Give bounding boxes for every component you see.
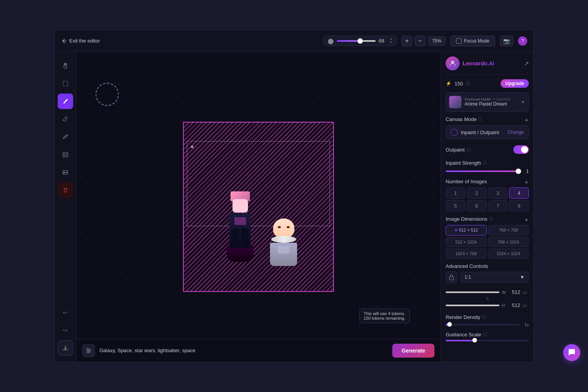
inpaint-strength-section: Inpaint Strength ⓘ 1 bbox=[446, 160, 529, 174]
chat-button[interactable] bbox=[563, 344, 580, 361]
brush-arrows[interactable]: ▲ ▼ bbox=[390, 37, 393, 44]
hand-icon bbox=[62, 62, 69, 69]
focus-mode-button[interactable]: Focus Mode bbox=[450, 36, 495, 46]
token-icon: ⚡ bbox=[446, 81, 451, 86]
guidance-scale-info-icon[interactable]: ⓘ bbox=[483, 332, 487, 337]
trash-icon bbox=[62, 187, 69, 194]
token-info-icon[interactable]: ⓘ bbox=[466, 81, 470, 87]
width-unit: px bbox=[523, 290, 529, 295]
inpaint-strength-value: 1 bbox=[524, 168, 529, 174]
num-btn-5[interactable]: 5 bbox=[446, 200, 465, 211]
canvas-characters bbox=[206, 191, 311, 269]
dimensions-collapse[interactable]: ▲ bbox=[524, 216, 529, 222]
num-btn-8[interactable]: 8 bbox=[509, 200, 529, 211]
upgrade-button[interactable]: Upgrade bbox=[501, 79, 529, 88]
download-icon bbox=[62, 344, 69, 351]
outpaint-toggle[interactable] bbox=[513, 145, 529, 154]
character-right bbox=[267, 218, 300, 269]
num-btn-7[interactable]: 7 bbox=[488, 200, 508, 211]
dim-512x512[interactable]: ★512 × 512 bbox=[446, 225, 487, 235]
inpaint-strength-info-icon[interactable]: ⓘ bbox=[483, 160, 487, 166]
render-density-value: 1x bbox=[523, 322, 529, 327]
brush-down-arrow[interactable]: ▼ bbox=[390, 41, 393, 44]
height-slider[interactable] bbox=[446, 305, 499, 306]
canvas-mode-header: Canvas Mode ⓘ ▲ bbox=[446, 116, 529, 122]
ratio-value: 1:1 bbox=[465, 274, 471, 280]
right-panel: Leonardo.Ai ↗ ⚡ 150 ⓘ Upgrade Finetuned … bbox=[441, 52, 533, 362]
svg-point-10 bbox=[87, 348, 88, 350]
lock-button[interactable] bbox=[446, 271, 457, 283]
help-button[interactable]: ? bbox=[518, 36, 527, 46]
num-images-collapse[interactable]: ▲ bbox=[524, 179, 529, 184]
tool-image[interactable] bbox=[58, 165, 73, 180]
num-btn-4[interactable]: 4 bbox=[509, 187, 529, 199]
width-slider[interactable] bbox=[446, 291, 499, 293]
prompt-input[interactable] bbox=[99, 344, 388, 356]
brush-size-icon: ⬤ bbox=[328, 38, 334, 44]
num-images-grid: 1 2 3 4 5 6 7 8 bbox=[446, 187, 529, 211]
dim-768x1024[interactable]: 768 × 1024 bbox=[488, 237, 529, 247]
inpaint-strength-row: 1 bbox=[446, 168, 529, 174]
chat-icon bbox=[567, 348, 576, 357]
redo-button[interactable]: ↪ bbox=[58, 322, 73, 338]
render-density-row: 1x bbox=[446, 322, 529, 327]
svg-rect-4 bbox=[64, 153, 67, 156]
num-btn-3[interactable]: 3 bbox=[488, 187, 508, 199]
tool-pencil[interactable] bbox=[58, 129, 73, 145]
render-density-slider[interactable] bbox=[446, 324, 520, 326]
render-density-label: Render Density bbox=[446, 314, 480, 320]
tool-brush[interactable] bbox=[58, 94, 73, 109]
frame-icon bbox=[62, 151, 69, 158]
inpaint-strength-label: Inpaint Strength bbox=[446, 160, 481, 166]
character-head bbox=[232, 199, 248, 213]
canvas-mode-info-icon[interactable]: ⓘ bbox=[478, 116, 482, 122]
zoom-minus-button[interactable]: − bbox=[415, 36, 426, 46]
selection-icon: ◈ bbox=[190, 144, 194, 149]
inpaint-strength-bar[interactable] bbox=[446, 170, 521, 172]
left-toolbar: ↩ ↪ bbox=[55, 52, 76, 362]
bottom-bar: Generate bbox=[76, 339, 441, 362]
zoom-plus-button[interactable]: + bbox=[402, 36, 412, 46]
camera-button[interactable]: 📷 bbox=[500, 36, 513, 46]
tooltip-line1: This will use 4 tokens. bbox=[364, 311, 405, 316]
model-selector[interactable]: Finetuned Model ↗ 512×512 Anime Pastel D… bbox=[446, 92, 529, 112]
focus-mode-label: Focus Mode bbox=[464, 38, 489, 44]
num-btn-2[interactable]: 2 bbox=[467, 187, 487, 199]
generate-button[interactable]: Generate bbox=[392, 344, 434, 358]
brush-slider-track[interactable] bbox=[337, 40, 376, 42]
tool-eraser[interactable] bbox=[58, 111, 73, 127]
canvas-mode-change-btn[interactable]: Change bbox=[508, 130, 524, 135]
render-density-info-icon[interactable]: ⓘ bbox=[482, 314, 486, 320]
canvas-mode-circle-icon bbox=[451, 129, 458, 136]
num-btn-6[interactable]: 6 bbox=[467, 200, 487, 211]
tool-trash[interactable] bbox=[58, 182, 73, 198]
user-arrow-icon[interactable]: ↗ bbox=[524, 60, 529, 67]
dimensions-info-icon[interactable]: ⓘ bbox=[489, 216, 493, 222]
eraser-icon bbox=[62, 116, 69, 123]
num-btn-1[interactable]: 1 bbox=[446, 187, 465, 199]
dim-512x1024[interactable]: 512 × 1024 bbox=[446, 237, 487, 247]
dim-768x768[interactable]: 768 × 768 bbox=[488, 225, 529, 235]
download-button[interactable] bbox=[58, 340, 73, 356]
ratio-dropdown[interactable]: 1:1 ▼ bbox=[460, 272, 529, 283]
dim-1024x768[interactable]: 1024 × 768 bbox=[446, 249, 487, 259]
tooltip-line2: 150 tokens remaining. bbox=[364, 316, 405, 320]
brush-up-arrow[interactable]: ▲ bbox=[390, 37, 393, 41]
guidance-scale-slider[interactable] bbox=[446, 340, 529, 341]
tool-frame[interactable] bbox=[58, 147, 73, 162]
tool-hand[interactable] bbox=[58, 58, 73, 73]
sliders-icon bbox=[85, 348, 92, 354]
swap-icon[interactable]: ⇅ bbox=[446, 297, 529, 301]
dim-1024x1024[interactable]: 1024 × 1024 bbox=[488, 249, 529, 259]
undo-button[interactable]: ↩ bbox=[58, 305, 73, 320]
canvas-mode-collapse[interactable]: ▲ bbox=[524, 117, 529, 122]
inpaint-strength-thumb bbox=[516, 169, 521, 174]
exit-button[interactable]: Exit the editor bbox=[61, 38, 100, 44]
svg-point-11 bbox=[89, 350, 90, 351]
prompt-settings-button[interactable] bbox=[82, 344, 95, 357]
canvas-mode-box: Inpaint / Outpaint Change bbox=[446, 125, 529, 139]
tool-select[interactable] bbox=[58, 76, 73, 91]
outpaint-info-icon[interactable]: ⓘ bbox=[466, 147, 470, 153]
brush-slider-thumb[interactable] bbox=[357, 38, 363, 44]
model-size: 512×512 bbox=[497, 97, 510, 101]
